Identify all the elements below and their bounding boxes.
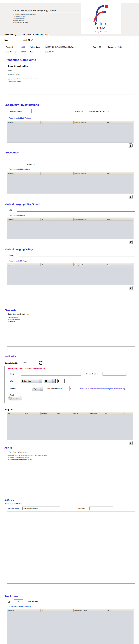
company-address: Le Chainter,Victoria,Mahe,Seychelles — [13, 14, 36, 15]
chevron-down-icon: ▼ — [40, 387, 43, 390]
drug-col-qty: Qty — [121, 412, 133, 415]
drug-list-title: Drug List — [5, 409, 12, 410]
trash-icon — [130, 442, 132, 444]
recommended-procedures-link[interactable]: Recommended Procedures — [9, 168, 30, 170]
uss-delete-button[interactable] — [129, 240, 132, 244]
drug-label: Drug : — [10, 373, 17, 375]
trash-icon — [130, 196, 132, 198]
medication-section-title: Medication — [4, 355, 16, 358]
uss-col-department: Department — [6, 218, 41, 221]
recommended-other-services-link[interactable]: Recommended Other Services — [9, 606, 31, 607]
referring-doctor-input[interactable] — [22, 506, 60, 510]
company-name: Future Care by Future Holdings (Pty) Lim… — [13, 9, 56, 12]
other-table-header: Department ID Investigation / Service St… — [6, 609, 134, 612]
company-email: E: jude@future.sc — [13, 19, 24, 21]
other-qty-label: Qty : — [8, 601, 11, 602]
procedures-section-title: Procedures — [4, 151, 19, 154]
complaints-textarea[interactable]: Review Abdomen US- Normal UFR- Puss cell… — [7, 69, 135, 94]
uss-col-investigation: Investigation/Service — [74, 218, 106, 221]
per-meal-label: Drugs/Tablets per meal : — [45, 388, 62, 390]
add-drug-button[interactable]: Add Drug — [8, 396, 22, 400]
diagnosis-textarea[interactable]: Impress insomnia Depressive disorder Wor… — [7, 316, 135, 347]
company-phone-2: T: +24 84 225 252 — [13, 17, 24, 19]
patient-age-label: Age : — [93, 46, 98, 48]
other-col-investigation: Investigation / Service — [74, 609, 106, 612]
uss-input-label: USS : — [9, 209, 13, 211]
company-name-underline — [13, 12, 80, 12]
consult-date-value: : 2025-01-07 — [22, 39, 32, 41]
uss-col-status: Status — [106, 218, 134, 221]
patient-name-label: Patient Name : — [30, 46, 42, 48]
recommended-uss-link[interactable]: Recommended USS — [9, 214, 25, 216]
duration-input[interactable] — [21, 386, 30, 391]
frequency-qty-input[interactable] — [58, 379, 64, 383]
consultant-input[interactable] — [90, 506, 113, 510]
patient-name-value: HAMZA ABDUL RASHEED ABU DAW... — [45, 46, 74, 48]
duration-unit-select[interactable]: Day/s ▼ — [32, 387, 43, 391]
advice-delete-button[interactable] — [129, 441, 132, 445]
recommended-lab-testings-link[interactable]: Recommended Lab Testings — [9, 117, 31, 119]
drug-panel-warning: Please select the Drug from Drug suggess… — [8, 368, 45, 369]
procedures-col-department: Department — [6, 172, 41, 175]
refresh-icon — [38, 360, 43, 365]
other-qty-input[interactable] — [14, 600, 23, 604]
advice-textarea[interactable]: Amitriptiline tab 25 mg od for 10 days a… — [7, 454, 135, 485]
other-col-department: Department — [6, 609, 41, 612]
patient-gender-value: Male — [118, 46, 122, 48]
drug-col-drug: Drug — [24, 412, 40, 415]
per-meal-input[interactable] — [69, 386, 78, 391]
lab-investigation-input[interactable] — [32, 109, 66, 113]
procedures-delete-button[interactable] — [129, 195, 132, 199]
lab-delete-button[interactable] — [129, 144, 132, 148]
advice-hint: Enter Doctor's Advice Here — [9, 451, 28, 453]
drug-col-frequency: Fequency — [40, 412, 56, 415]
xray-col-id: ID — [40, 263, 74, 266]
total-label: Total : — [10, 394, 17, 396]
company-phone-1: T: +24 82 593 593 — [13, 16, 24, 17]
referral-list-box[interactable] — [7, 511, 135, 584]
xray-delete-button[interactable] — [129, 286, 132, 290]
drug-list-table-body — [6, 415, 133, 440]
lab-input-label: Lab Investingation : — [9, 110, 23, 112]
lab-col-id: ID — [40, 121, 74, 124]
chevron-down-icon: ▼ — [52, 379, 55, 383]
way-select[interactable]: Before Meal ▼ — [21, 379, 42, 383]
drug-col-duration: Duration — [72, 412, 88, 415]
special-notes-input[interactable] — [102, 372, 126, 376]
patient-id-label: Patient ID : — [6, 46, 16, 48]
complaints-hint: Enter Complaints Here — [8, 65, 28, 67]
consult-date-label: Date — [4, 39, 8, 41]
complaints-section-title: Presenting Complaints — [4, 58, 36, 62]
drug-input[interactable] — [21, 372, 81, 376]
xray-input[interactable] — [19, 253, 135, 257]
procedures-qty-input[interactable] — [14, 162, 23, 167]
diagnosis-hint: Enter Diagnosis Details Here — [8, 313, 29, 315]
future-care-logo-icon — [91, 3, 110, 22]
add-drug-button-label: Add Drug — [13, 398, 20, 399]
logo-tagline: Body Mind Soul — [81, 31, 121, 33]
prescription-id-input[interactable] — [23, 361, 37, 365]
procedures-table-body — [6, 175, 134, 194]
prescription-id-label: Prescription ID : — [5, 362, 18, 364]
lab-referred-by-value: HANECKY FUENTE REYES — [88, 110, 109, 112]
uss-input[interactable] — [17, 208, 135, 212]
frequency-select[interactable]: OD ▼ — [44, 379, 56, 383]
drug-col-duration-type: Duration Type — [88, 412, 104, 415]
duration-label: Duration : — [10, 388, 17, 390]
prescription-refresh-button[interactable] — [38, 360, 43, 366]
logo-wordmark-future: Future — [81, 21, 121, 26]
consulted-by-value: : Dr. HANECKY FUENTE REYES — [22, 34, 50, 36]
lab-col-status: Status — [106, 121, 134, 124]
frequency-select-value: OD — [44, 379, 52, 383]
consultation-form-page: Future Care by Future Holdings (Pty) Lim… — [0, 0, 139, 644]
advice-section-title: Advice — [4, 446, 12, 449]
lab-table-header: Department ID Investigation/Service Stat… — [6, 121, 134, 124]
xray-section-title: Medical Imaging X-Ray — [4, 248, 33, 251]
uss-table-body — [6, 221, 134, 239]
other-services-input[interactable] — [43, 600, 115, 603]
trash-icon — [130, 287, 132, 289]
recommended-xrays-link[interactable]: Recommended X-Rays — [9, 260, 27, 262]
lab-referred-by-label: Reffered By : — [75, 110, 84, 112]
procedures-input[interactable] — [42, 162, 135, 166]
trash-icon — [130, 144, 132, 147]
